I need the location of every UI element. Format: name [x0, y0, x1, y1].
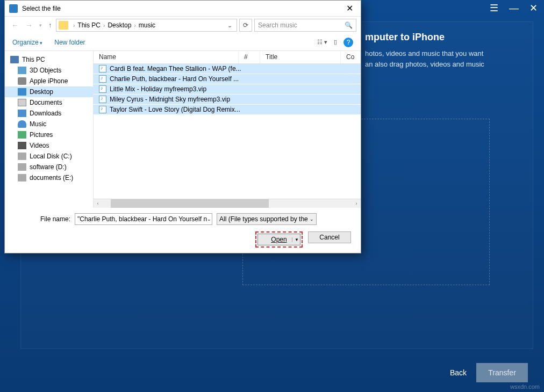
forward-arrow-icon: →	[23, 21, 35, 30]
tree-item[interactable]: Local Disk (C:)	[5, 151, 93, 162]
tree-item[interactable]: Downloads	[5, 108, 93, 119]
help-icon[interactable]: ?	[343, 38, 353, 47]
open-dropdown-icon[interactable]: ▼	[292, 237, 299, 242]
chevron-right-icon: ›	[102, 23, 106, 28]
open-button[interactable]: Open ▼	[257, 234, 300, 245]
audio-file-icon	[99, 106, 106, 113]
scrollbar-thumb[interactable]	[111, 199, 269, 208]
folder-tree[interactable]: This PC3D ObjectsApple iPhoneDesktopDocu…	[5, 51, 94, 208]
dialog-nav: ← → ▾ ↑ › This PC › Desktop › music ⌄ ⟳ …	[5, 17, 361, 34]
tree-item[interactable]: Pictures	[5, 129, 93, 140]
audio-file-icon	[99, 65, 106, 72]
folder-icon	[59, 21, 68, 30]
filename-label: File name:	[12, 215, 70, 223]
chevron-right-icon: ›	[71, 23, 76, 28]
transfer-button[interactable]: Transfer	[476, 363, 528, 382]
file-list[interactable]: Cardi B feat. Megan Thee Stallion - WAP …	[94, 64, 361, 199]
ic-vid-icon	[18, 142, 26, 149]
ic-disk-icon	[18, 153, 26, 160]
chevron-down-icon[interactable]: ⌄	[227, 22, 234, 29]
tree-item[interactable]: Videos	[5, 140, 93, 151]
tree-item[interactable]: software (D:)	[5, 162, 93, 172]
up-arrow-icon[interactable]: ↑	[46, 21, 54, 29]
tree-item[interactable]: documents (E:)	[5, 172, 93, 183]
minimize-icon[interactable]: —	[509, 3, 519, 14]
ic-3d-icon	[18, 67, 26, 74]
list-icon[interactable]: ☰	[490, 2, 498, 14]
ic-disk-icon	[18, 163, 26, 171]
search-placeholder: Search music	[258, 21, 297, 29]
tree-item[interactable]: Desktop	[5, 86, 93, 97]
open-button-highlight: Open ▼	[255, 231, 303, 248]
preview-pane-button[interactable]: ▯	[334, 39, 337, 46]
breadcrumb[interactable]: › This PC › Desktop › music ⌄	[56, 19, 237, 32]
tree-item[interactable]: Music	[5, 119, 93, 129]
tree-item[interactable]: 3D Objects	[5, 65, 93, 76]
cancel-button[interactable]: Cancel	[308, 231, 351, 243]
audio-file-icon	[99, 96, 106, 103]
breadcrumb-item[interactable]: This PC	[77, 21, 101, 29]
dialog-title: Select the file	[22, 5, 343, 12]
file-row[interactable]: Miley Cyrus - Midnight Sky myfreemp3.vip	[94, 95, 361, 105]
search-icon: 🔍	[345, 21, 353, 29]
column-title[interactable]: Title	[260, 51, 341, 63]
column-contributing[interactable]: Co	[341, 51, 361, 63]
file-row[interactable]: Cardi B feat. Megan Thee Stallion - WAP …	[94, 64, 361, 74]
file-row[interactable]: Charlie Puth, blackbear - Hard On Yourse…	[94, 74, 361, 84]
file-type-filter[interactable]: All (File types supported by the⌄	[217, 213, 317, 225]
scroll-right-icon[interactable]: ›	[352, 199, 361, 208]
ic-music-icon	[18, 120, 26, 128]
ic-pic-icon	[18, 131, 26, 139]
tree-item[interactable]: This PC	[5, 54, 93, 65]
ic-doc-icon	[18, 99, 26, 106]
bottom-bar: Back Transfer	[450, 363, 528, 382]
chevron-right-icon: ›	[132, 23, 137, 28]
close-icon[interactable]: ✕	[343, 3, 356, 13]
column-number[interactable]: #	[239, 51, 260, 63]
tree-item[interactable]: Apple iPhone	[5, 76, 93, 86]
scroll-left-icon[interactable]: ‹	[94, 199, 102, 208]
refresh-icon[interactable]: ⟳	[239, 19, 252, 32]
file-area: Name # Title Co Cardi B feat. Megan Thee…	[94, 51, 361, 208]
organize-button[interactable]: Organize	[12, 39, 42, 46]
ic-down-icon	[18, 110, 26, 117]
view-options-button[interactable]: ☷ ▾	[317, 39, 327, 46]
back-arrow-icon[interactable]: ←	[9, 21, 21, 30]
dialog-footer: File name: "Charlie Puth, blackbear - Ha…	[5, 208, 361, 253]
recent-dropdown-icon[interactable]: ▾	[37, 23, 44, 28]
search-input[interactable]: Search music 🔍	[254, 19, 356, 32]
ic-pc-icon	[10, 56, 19, 63]
ic-phone-icon	[18, 77, 26, 85]
ic-disk-icon	[18, 174, 26, 182]
tree-item[interactable]: Documents	[5, 97, 93, 108]
back-button[interactable]: Back	[450, 368, 467, 377]
breadcrumb-item[interactable]: music	[139, 21, 155, 29]
file-dialog: Select the file ✕ ← → ▾ ↑ › This PC › De…	[4, 0, 361, 253]
file-row[interactable]: Taylor Swift - Love Story (Digital Dog R…	[94, 105, 361, 115]
filename-input[interactable]: "Charlie Puth, blackbear - Hard On Yours…	[75, 213, 212, 225]
file-row[interactable]: Little Mix - Holiday myfreemp3.vip	[94, 84, 361, 95]
horizontal-scrollbar[interactable]: ‹ ›	[94, 199, 361, 208]
watermark: wsxdn.com	[510, 383, 540, 390]
breadcrumb-item[interactable]: Desktop	[108, 21, 131, 29]
dialog-titlebar: Select the file ✕	[5, 1, 361, 17]
dialog-toolbar: Organize New folder ☷ ▾ ▯ ?	[5, 34, 361, 51]
audio-file-icon	[99, 85, 106, 93]
file-list-header[interactable]: Name # Title Co	[94, 51, 361, 64]
dialog-app-icon	[9, 4, 18, 13]
column-name[interactable]: Name	[94, 51, 239, 63]
dialog-body: This PC3D ObjectsApple iPhoneDesktopDocu…	[5, 51, 361, 208]
app-close-icon[interactable]: ✕	[529, 2, 538, 14]
ic-desktop-icon	[18, 88, 26, 96]
audio-file-icon	[99, 75, 106, 83]
new-folder-button[interactable]: New folder	[54, 39, 85, 46]
